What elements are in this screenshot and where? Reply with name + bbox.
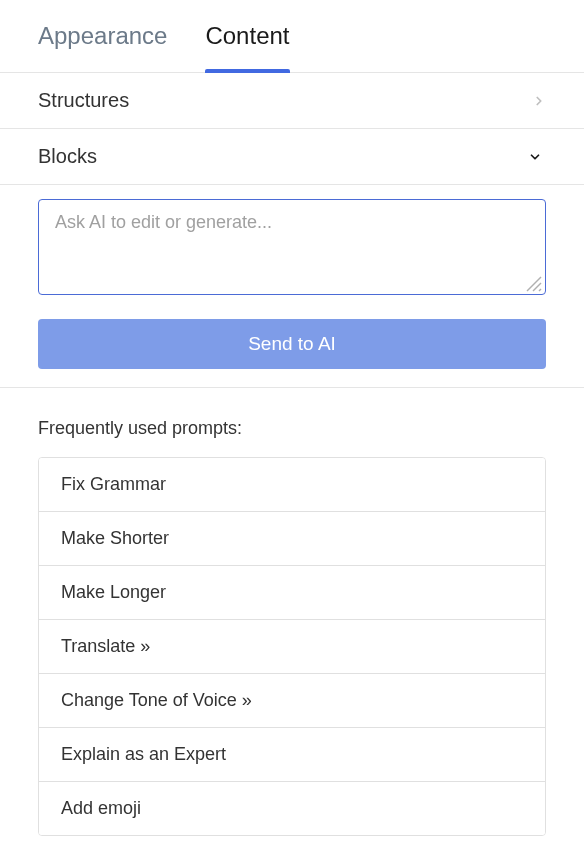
ai-prompt-input[interactable] [38,199,546,295]
prompt-item-fix-grammar[interactable]: Fix Grammar [39,458,545,512]
tab-content[interactable]: Content [205,0,289,72]
prompt-item-change-tone[interactable]: Change Tone of Voice » [39,674,545,728]
prompt-item-make-shorter[interactable]: Make Shorter [39,512,545,566]
prompt-list: Fix Grammar Make Shorter Make Longer Tra… [38,457,546,836]
prompts-title: Frequently used prompts: [38,418,546,439]
section-structures[interactable]: Structures [0,73,584,129]
tab-appearance[interactable]: Appearance [38,0,167,72]
send-to-ai-button[interactable]: Send to AI [38,319,546,369]
prompt-item-translate[interactable]: Translate » [39,620,545,674]
section-blocks-label: Blocks [38,145,97,168]
ai-panel: Send to AI [0,185,584,388]
tab-bar: Appearance Content [0,0,584,73]
prompt-item-explain-expert[interactable]: Explain as an Expert [39,728,545,782]
prompt-item-add-emoji[interactable]: Add emoji [39,782,545,835]
chevron-right-icon [532,90,546,112]
chevron-down-icon [524,150,546,164]
section-blocks[interactable]: Blocks [0,129,584,185]
prompt-item-make-longer[interactable]: Make Longer [39,566,545,620]
ai-textarea-wrap [38,199,546,299]
section-structures-label: Structures [38,89,129,112]
frequently-used-prompts: Frequently used prompts: Fix Grammar Mak… [0,388,584,841]
